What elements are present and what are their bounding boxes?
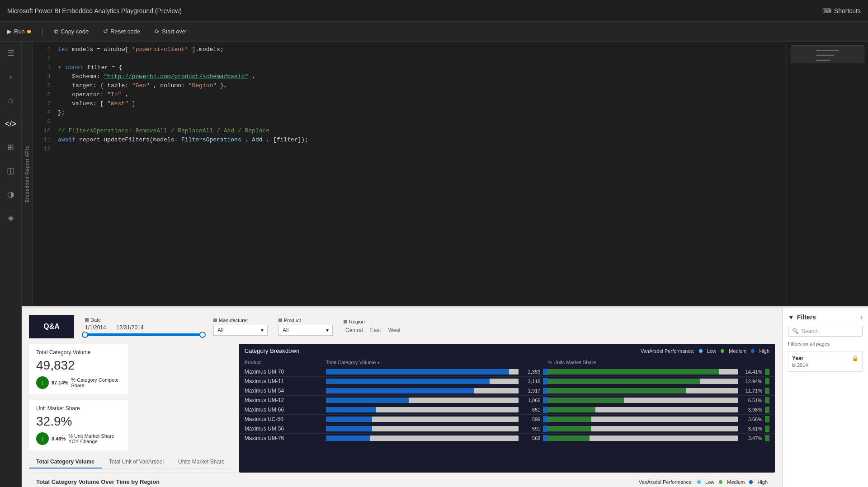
copy-icon: ⧉ — [54, 28, 58, 35]
region-buttons: Central East West — [344, 326, 402, 334]
chart-tab-market[interactable]: Units Market Share — [171, 456, 232, 468]
shortcuts-button[interactable]: ⌨ Shortcuts — [822, 7, 861, 14]
product-dropdown[interactable]: All ▾ — [278, 325, 333, 336]
bottom-legend: VanArsdel Performance: Low Medium High — [639, 479, 768, 485]
region-filter: Region Central East West — [344, 319, 402, 334]
filter-expand-icon[interactable]: › — [860, 313, 863, 321]
legend-high-label: High — [759, 348, 769, 354]
breakdown-legend: VanArsdel Performance: Low Medium High — [641, 348, 769, 354]
legend-high-dot — [751, 349, 755, 353]
reset-icon: ↺ — [103, 28, 108, 35]
table-row: Maximus UM-66 651 3.98% — [239, 405, 775, 415]
metric-label-volume: % Category Compete Share — [71, 377, 121, 388]
bottom-chart-area: Total Category Volume Over Time by Regio… — [29, 473, 775, 487]
sidebar-icon-home[interactable]: ⌂ — [3, 92, 19, 108]
region-east[interactable]: East — [368, 326, 383, 334]
date-slider[interactable] — [85, 333, 203, 336]
bottom-legend-high-label: High — [757, 479, 768, 485]
sidebar-icon-expand[interactable]: › — [3, 69, 19, 85]
metric-card-volume: Total Category Volume 49,832 ↑ 67.14% % … — [29, 344, 128, 394]
metric-card-share: Unit Market Share 32.9% ↑ 0.46% % Unit M… — [29, 400, 128, 450]
code-line-8: 8 }; — [33, 108, 787, 117]
metric-sub-share: ↑ 0.46% % Unit Market Share YOY Change — [36, 432, 121, 445]
filter-icon: ▼ — [788, 314, 794, 321]
metric-label-share: % Unit Market Share YOY Change — [68, 433, 121, 444]
date-to: 12/31/2014 — [116, 324, 143, 331]
indicator-green — [765, 388, 769, 394]
qa-label: Q&A — [43, 323, 60, 331]
breakdown-col-headers: Product Total Category Volume ▾ % Units … — [239, 358, 775, 367]
date-label: Date — [90, 317, 101, 323]
region-west[interactable]: West — [387, 326, 402, 334]
start-over-icon: ⟳ — [155, 28, 160, 35]
vanarsdel-label: VanArsdel Performance: — [641, 348, 694, 354]
table-row: Maximus UM-56 591 3.61% — [239, 424, 775, 434]
date-from: 1/1/2014 — [85, 324, 106, 331]
chart-tab-volume[interactable]: Total Category Volume — [29, 456, 102, 468]
breakdown-title: Category Breakdown — [245, 347, 299, 354]
reset-code-button[interactable]: ↺ Reset code — [99, 26, 144, 37]
product-value: All — [283, 327, 288, 333]
product-filter: Product All ▾ — [278, 318, 333, 336]
filter-year-card: Year 🔒 is 2014 — [788, 351, 863, 372]
sidebar-icon-menu[interactable]: ☰ — [3, 45, 19, 61]
sidebar-icon-code[interactable]: </> — [3, 116, 19, 132]
sidebar-icon-analytics[interactable]: ◈ — [3, 210, 19, 226]
start-over-button[interactable]: ⟳ Start over — [151, 26, 191, 37]
copy-code-button[interactable]: ⧉ Copy code — [51, 26, 92, 37]
filter-year-title-text: Year — [792, 355, 803, 361]
manufacturer-label: Manufacturer — [219, 318, 248, 323]
filter-search-box[interactable]: 🔍 Search — [788, 326, 863, 337]
date-range: 1/1/2014 12/31/2014 — [85, 324, 203, 331]
table-row: Maximus UM-54 1,917 11.71% — [239, 386, 775, 396]
code-line-11: 11 await report.updateFilters(models. Fi… — [33, 136, 787, 145]
metric-value-share: 32.9% — [36, 414, 121, 429]
bottom-chart-title: Total Category Volume Over Time by Regio… — [36, 478, 160, 485]
region-label: Region — [349, 319, 365, 324]
bottom-legend-medium-dot — [719, 480, 722, 484]
editor-area: Embedded Report APIs 1 let models = wind… — [22, 42, 868, 306]
filter-title-text: Filters — [797, 314, 816, 321]
region-dot — [344, 320, 347, 323]
indicator-blue — [543, 378, 547, 384]
sidebar-icon-grid[interactable]: ⊞ — [3, 139, 19, 155]
manufacturer-dropdown[interactable]: All ▾ — [213, 325, 268, 336]
legend-low-dot — [699, 349, 703, 353]
date-slider-thumb-right[interactable] — [199, 332, 206, 338]
legend-medium-dot — [721, 349, 724, 353]
breakdown-table: Category Breakdown VanArsdel Performance… — [239, 344, 775, 473]
chart-tabs: Total Category Volume Total Unit of VanA… — [29, 456, 232, 469]
run-button[interactable]: ▶ Run — [4, 26, 34, 37]
metric-title-volume: Total Category Volume — [36, 349, 121, 356]
indicator-green — [765, 407, 769, 413]
code-editor[interactable]: 1 let models = window[ 'powerbi-client' … — [33, 42, 787, 306]
reset-code-label: Reset code — [110, 28, 140, 35]
qa-box[interactable]: Q&A — [29, 315, 74, 338]
metric-title-share: Unit Market Share — [36, 405, 121, 412]
report-section: Q&A Date 1/1/2014 12/31/2014 — [22, 306, 868, 487]
legend-low-label: Low — [707, 348, 716, 354]
sidebar-icon-layout[interactable]: ◫ — [3, 163, 19, 179]
chart-tab-unit[interactable]: Total Unit of VanArsdel — [102, 456, 171, 468]
code-line-12: 12 — [33, 145, 787, 154]
run-label: Run — [14, 28, 25, 35]
minimap: ▬▬▬▬▬▬▬▬▬▬▬▬ — [791, 45, 864, 63]
region-central[interactable]: Central — [344, 326, 365, 334]
metric-value-volume: 49,832 — [36, 358, 121, 373]
minimap-panel: ▬▬▬▬▬▬▬▬▬▬▬▬ — [787, 42, 868, 306]
code-line-2: 2 — [33, 54, 787, 63]
filter-panel: ▼ Filters › 🔍 Search Filters on all page… — [782, 308, 868, 487]
filter-panel-header: ▼ Filters › — [788, 313, 863, 321]
bottom-legend-low-label: Low — [705, 479, 714, 485]
date-slider-thumb-left[interactable] — [82, 332, 88, 338]
collapse-arrow[interactable]: ▾ — [58, 64, 65, 71]
report-controls: Q&A Date 1/1/2014 12/31/2014 — [29, 315, 775, 338]
table-row: Maximus UM-11 2,118 12.94% — [239, 377, 775, 386]
indicator-green — [765, 369, 769, 375]
filter-lock-icon: 🔒 — [852, 355, 859, 361]
sidebar-icon-data[interactable]: ◑ — [3, 186, 19, 202]
bottom-vanarsdel-label: VanArsdel Performance: — [639, 479, 693, 485]
breakdown-header: Category Breakdown VanArsdel Performance… — [239, 344, 775, 358]
code-line-4: 4 $schema: "http://powerbi.com/product/s… — [33, 72, 787, 81]
table-row: Maximus UM-76 568 3.47% — [239, 434, 775, 443]
